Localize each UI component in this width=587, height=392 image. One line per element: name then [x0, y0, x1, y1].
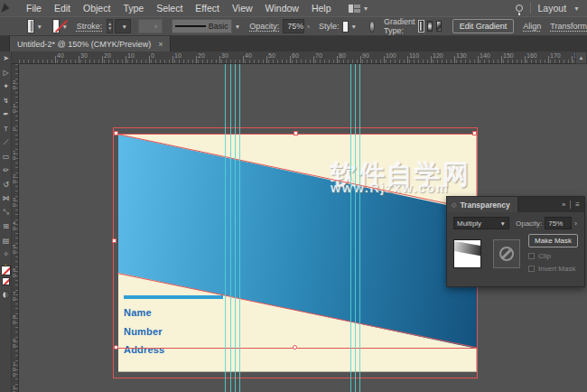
panel-opacity-arrow[interactable]: ›	[574, 219, 577, 228]
stroke-color-swatch[interactable]	[53, 20, 59, 33]
vertical-guide[interactable]	[239, 61, 240, 392]
selection-tool[interactable]: ➤	[0, 51, 12, 66]
rectangle-tool[interactable]: ▭	[0, 150, 12, 164]
close-icon[interactable]: ×	[158, 40, 163, 49]
workspace-switcher-button[interactable]: ▼	[345, 5, 373, 13]
ruler-label: 0	[151, 52, 154, 59]
mask-thumbnail[interactable]	[493, 239, 521, 268]
selection-handle[interactable]	[114, 131, 118, 135]
scroll-up-arrow[interactable]: ▲	[575, 51, 587, 64]
transparency-panel-header: ◇ Transparency » ≡	[447, 197, 584, 212]
menu-type[interactable]: Type	[116, 3, 150, 14]
opacity-expand-arrow[interactable]: ›	[307, 23, 310, 31]
workspace-grid-icon	[349, 5, 360, 13]
type-tool[interactable]: T	[0, 122, 12, 136]
control-bar: ▼ ▼ Stroke: ▲▼ ▼ ▼ Basic ▼ Opacity: 75% …	[0, 16, 587, 36]
magic-wand-tool[interactable]: ✦	[0, 79, 12, 94]
stroke-weight-combo[interactable]: ▼	[115, 19, 131, 33]
document-tab[interactable]: Untitled-2* @ 150% (CMYK/Preview) ×	[9, 36, 171, 51]
invert-mask-checkbox[interactable]	[528, 266, 535, 272]
selection-handle[interactable]	[472, 131, 477, 135]
lasso-tool[interactable]: ↯	[0, 94, 12, 108]
brush-stroke-preview	[175, 25, 206, 27]
ruler-label: 10	[127, 52, 135, 59]
vertical-guide[interactable]	[230, 61, 231, 392]
menu-select[interactable]: Select	[150, 3, 189, 14]
stroke-label[interactable]: Stroke:	[77, 22, 103, 31]
menu-effect[interactable]: Effect	[189, 3, 226, 14]
free-transform-tool[interactable]: ⤡	[0, 206, 12, 220]
width-tool[interactable]: ⋈	[0, 191, 12, 206]
ruler-tick	[431, 56, 432, 63]
object-thumbnail[interactable]	[453, 239, 481, 268]
ruler-label: 2 0	[13, 173, 15, 184]
fill-swatch[interactable]	[1, 266, 11, 275]
menu-object[interactable]: Object	[77, 3, 116, 14]
collapse-to-icons-button[interactable]: »	[562, 201, 565, 209]
vertical-guide[interactable]	[350, 61, 351, 392]
ruler-tick	[172, 56, 173, 63]
radial-gradient-button[interactable]	[427, 21, 433, 32]
ruler-label: 2 0	[13, 79, 15, 90]
opacity-label[interactable]: Opacity:	[249, 22, 279, 31]
menu-file[interactable]: File	[20, 3, 48, 14]
chevron-down-icon[interactable]: ▼	[235, 23, 240, 30]
line-segment-tool[interactable]: ⟋	[0, 135, 12, 150]
transparency-panel: ◇ Transparency » ≡ Multiply ▼ Opacity: 7…	[446, 196, 585, 287]
menu-window[interactable]: Window	[259, 3, 305, 14]
selection-handle[interactable]	[293, 345, 297, 350]
ruler-tick	[266, 56, 267, 63]
eyedropper-tool[interactable]: ✧	[0, 247, 12, 262]
fill-color-swatch[interactable]	[28, 20, 33, 33]
ruler-label: 150	[503, 52, 514, 59]
vertical-guide[interactable]	[359, 61, 360, 392]
linear-gradient-button[interactable]	[419, 21, 424, 32]
menu-view[interactable]: View	[226, 3, 259, 14]
vertical-guide[interactable]	[235, 61, 236, 392]
clip-checkbox-row[interactable]: Clip	[528, 252, 578, 260]
brush-definition-combo[interactable]: Basic	[172, 19, 232, 33]
pen-tool[interactable]: ✒	[0, 107, 12, 122]
blend-mode-dropdown[interactable]: Multiply ▼	[453, 217, 509, 229]
menu-help[interactable]: Help	[305, 3, 338, 14]
direct-selection-tool[interactable]: ▷	[0, 66, 12, 80]
selection-handle[interactable]	[112, 238, 116, 243]
vertical-ruler[interactable]: 2 01 001 02 03 04 05 06 07 08 09 01 0 01…	[12, 64, 19, 392]
horizontal-ruler[interactable]: 4030201001020304050607080901001101201301…	[19, 51, 575, 64]
selection-handle[interactable]	[114, 345, 118, 350]
clip-checkbox[interactable]	[528, 253, 535, 259]
discover-lightbulb-icon[interactable]	[516, 5, 523, 12]
selection-handle[interactable]	[294, 131, 298, 135]
rotate-tool[interactable]: ↺	[0, 178, 12, 192]
transparency-tab[interactable]: ◇ Transparency	[447, 197, 518, 212]
ruler-tick	[102, 56, 103, 63]
chevron-down-icon[interactable]: ▼	[351, 23, 357, 30]
vertical-guide[interactable]	[225, 61, 226, 392]
graphic-style-swatch[interactable]	[342, 21, 348, 33]
ruler-corner[interactable]	[12, 51, 19, 64]
recolor-artwork-icon[interactable]	[369, 21, 375, 33]
vertical-guide[interactable]	[355, 61, 356, 392]
ruler-label: 30	[221, 52, 228, 59]
panel-collapse-icon[interactable]: ◇	[452, 201, 456, 209]
paintbrush-tool[interactable]: ✏	[0, 163, 12, 178]
panel-menu-icon[interactable]: ≡	[575, 201, 580, 209]
panel-opacity-field[interactable]: 75%	[545, 217, 572, 229]
edit-gradient-button[interactable]: Edit Gradient	[452, 19, 515, 33]
invert-mask-checkbox-row[interactable]: Invert Mask	[528, 265, 578, 273]
chevron-down-icon[interactable]: ▼	[36, 23, 42, 30]
freeform-gradient-button[interactable]	[436, 21, 442, 32]
gradient-tool[interactable]: ▤	[0, 234, 12, 248]
mesh-tool[interactable]: ⊞	[0, 219, 12, 234]
align-label[interactable]: Align	[523, 22, 541, 31]
stroke-weight-stepper[interactable]: ▲▼	[107, 19, 113, 33]
workspace-layout-label[interactable]: Layout	[538, 3, 567, 14]
stroke-swatch[interactable]	[2, 277, 10, 285]
transform-label[interactable]: Transform	[550, 22, 587, 31]
draw-mode-icon[interactable]	[2, 291, 10, 299]
cursor-icon	[1, 3, 10, 14]
variable-width-profile-combo[interactable]: ▼	[138, 19, 163, 33]
opacity-value-field[interactable]: 75%	[283, 19, 304, 33]
menu-edit[interactable]: Edit	[48, 3, 77, 14]
make-mask-button[interactable]: Make Mask	[528, 234, 578, 247]
